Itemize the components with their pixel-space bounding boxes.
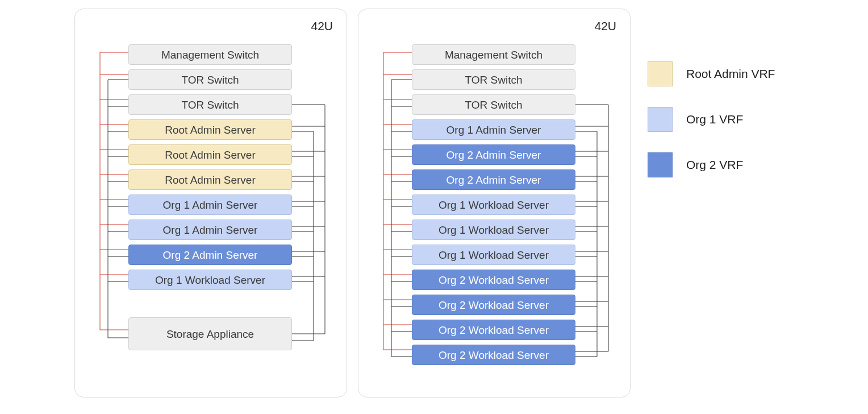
legend: Root Admin VRF Org 1 VRF Org 2 VRF [648,61,852,198]
rack-left-node-3: Root Admin Server [128,119,292,140]
rack-right: 42U Management Switch TOR Switch TOR Swi… [358,9,631,398]
rack-right-node-1: TOR Switch [412,69,575,90]
rack-right-node-0: Management Switch [412,44,575,65]
legend-label-root-admin-vrf: Root Admin VRF [686,67,775,81]
legend-row-org2-vrf: Org 2 VRF [648,152,852,177]
rack-left-node-6: Org 1 Admin Server [128,194,292,215]
rack-left-node-2: TOR Switch [128,94,292,115]
legend-swatch-org1-vrf [648,107,673,132]
legend-label-org2-vrf: Org 2 VRF [686,158,743,172]
rack-left: 42U Management Switch TOR Switch TOR Swi… [74,9,347,398]
legend-row-org1-vrf: Org 1 VRF [648,107,852,132]
rack-right-node-7: Org 1 Workload Server [412,220,575,240]
rack-left-node-10: Storage Appliance [128,317,292,350]
legend-swatch-org2-vrf [648,152,673,177]
rack-left-node-7: Org 1 Admin Server [128,220,292,240]
rack-left-title: 42U [311,19,333,33]
legend-swatch-root-admin-vrf [648,61,673,86]
rack-left-node-5: Root Admin Server [128,169,292,190]
rack-right-node-9: Org 2 Workload Server [412,270,575,290]
rack-right-node-3: Org 1 Admin Server [412,119,575,140]
rack-right-node-4: Org 2 Admin Server [412,144,575,165]
rack-right-node-10: Org 2 Workload Server [412,295,575,315]
rack-right-node-8: Org 1 Workload Server [412,245,575,265]
rack-right-node-6: Org 1 Workload Server [412,194,575,215]
rack-left-node-1: TOR Switch [128,69,292,90]
legend-label-org1-vrf: Org 1 VRF [686,113,743,126]
rack-left-node-8: Org 2 Admin Server [128,245,292,265]
rack-right-node-11: Org 2 Workload Server [412,320,575,340]
rack-right-node-5: Org 2 Admin Server [412,169,575,190]
legend-row-root-admin-vrf: Root Admin VRF [648,61,852,86]
rack-left-node-0: Management Switch [128,44,292,65]
rack-left-node-9: Org 1 Workload Server [128,270,292,290]
rack-left-node-4: Root Admin Server [128,144,292,165]
rack-right-node-2: TOR Switch [412,94,575,115]
rack-right-node-12: Org 2 Workload Server [412,345,575,365]
rack-right-title: 42U [594,19,616,33]
